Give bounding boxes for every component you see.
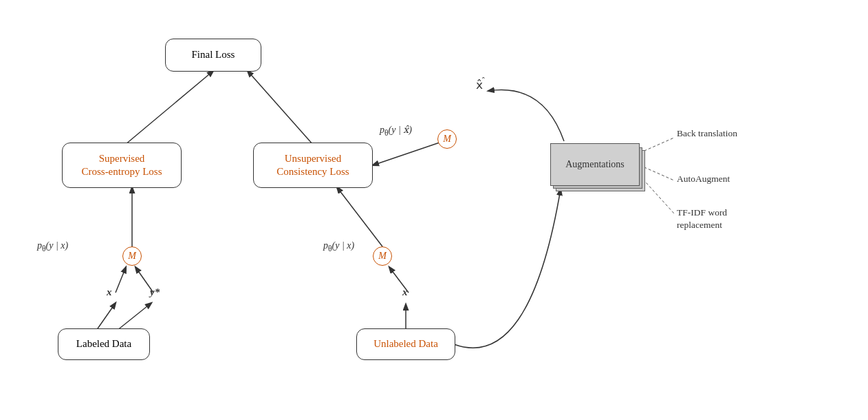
y-star-label: y* bbox=[150, 286, 160, 300]
augmentations-box: Augmentations bbox=[550, 143, 640, 186]
xhat-label: x̂ ̂ bbox=[476, 76, 486, 93]
tfidf-label: TF-IDF wordreplacement bbox=[677, 207, 727, 231]
unlabeled-data-box: Unlabeled Data bbox=[356, 328, 455, 360]
labeled-data-box: Labeled Data bbox=[58, 328, 150, 360]
diagram: Final Loss SupervisedCross-entropy Loss … bbox=[0, 0, 868, 420]
m-badge-supervised: M bbox=[122, 246, 142, 266]
supervised-loss-box: SupervisedCross-entropy Loss bbox=[62, 143, 182, 188]
svg-line-2 bbox=[116, 267, 126, 293]
m-badge-unsupervised-label: M bbox=[378, 251, 387, 262]
augmentations-label: Augmentations bbox=[565, 159, 625, 170]
labeled-data-label: Labeled Data bbox=[76, 337, 131, 351]
final-loss-label: Final Loss bbox=[192, 48, 235, 62]
unsupervised-loss-box: UnsupervisedConsistency Loss bbox=[253, 143, 373, 188]
svg-line-1 bbox=[248, 71, 313, 145]
autoaugment-label: AutoAugment bbox=[677, 174, 730, 185]
svg-line-7 bbox=[337, 187, 382, 246]
svg-line-6 bbox=[117, 303, 151, 330]
unsupervised-loss-label: UnsupervisedConsistency Loss bbox=[276, 152, 349, 179]
m-badge-xhat: M bbox=[437, 129, 457, 149]
back-translation-label: Back translation bbox=[677, 128, 737, 139]
x-unsup-label: x bbox=[402, 286, 408, 300]
supervised-loss-label: SupervisedCross-entropy Loss bbox=[81, 152, 162, 179]
final-loss-box: Final Loss bbox=[165, 39, 261, 72]
unlabeled-data-label: Unlabeled Data bbox=[373, 337, 438, 351]
p-theta-x-sup-label: pθ(y | x) bbox=[37, 240, 68, 254]
svg-line-10 bbox=[373, 140, 446, 165]
x-sup-label: x bbox=[107, 286, 112, 300]
p-theta-xhat-label: pθ(y | x̂) bbox=[380, 124, 412, 138]
svg-line-0 bbox=[125, 71, 213, 145]
svg-line-5 bbox=[96, 303, 116, 330]
p-theta-x-unsup-label: pθ(y | x) bbox=[323, 240, 354, 254]
m-badge-supervised-label: M bbox=[128, 251, 136, 262]
m-badge-xhat-label: M bbox=[443, 134, 451, 145]
m-badge-unsupervised: M bbox=[373, 246, 392, 266]
